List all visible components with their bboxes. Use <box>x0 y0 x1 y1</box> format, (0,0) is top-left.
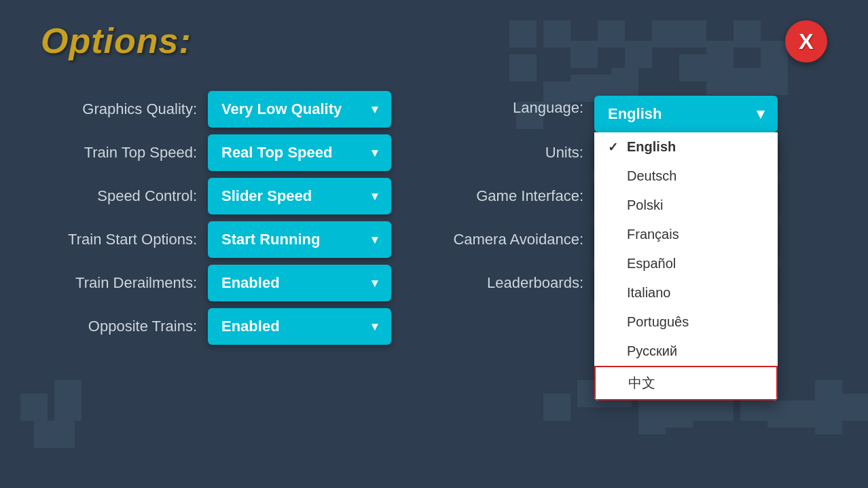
language-option-label: 中文 <box>628 374 655 392</box>
camera-avoidance-label: Camera Avoidance: <box>448 231 583 248</box>
page-container: Options: X Graphics Quality: Very Low Qu… <box>0 0 868 488</box>
right-column: Language: English ▾ ✓ English Deutsch <box>448 90 827 346</box>
language-option-label: Italiano <box>627 285 671 301</box>
language-option-label: Español <box>627 256 676 271</box>
language-option-portugues[interactable]: Português <box>594 307 778 337</box>
speed-control-label: Speed Control: <box>41 187 197 205</box>
train-top-speed-label: Train Top Speed: <box>41 144 197 162</box>
graphics-quality-dropdown[interactable]: Very Low Quality ▾ <box>208 91 391 128</box>
opposite-trains-label: Opposite Trains: <box>41 318 197 335</box>
language-option-francais[interactable]: Français <box>594 220 778 249</box>
language-menu: ✓ English Deutsch Polski <box>594 132 778 400</box>
language-dropdown[interactable]: English ▾ <box>594 96 778 132</box>
opposite-trains-value: Enabled <box>221 318 280 335</box>
check-icon: ✓ <box>608 140 621 155</box>
chevron-down-icon: ▾ <box>372 102 378 117</box>
chevron-down-icon: ▾ <box>757 105 764 123</box>
language-option-label: Français <box>627 227 679 242</box>
header: Options: X <box>41 20 827 62</box>
graphics-quality-label: Graphics Quality: <box>41 100 197 118</box>
left-column: Graphics Quality: Very Low Quality ▾ Tra… <box>41 90 420 346</box>
language-option-russian[interactable]: Русский <box>594 337 778 366</box>
graphics-quality-row: Graphics Quality: Very Low Quality ▾ <box>41 90 420 129</box>
language-option-polski[interactable]: Polski <box>594 191 778 220</box>
language-option-label: Polski <box>627 198 663 213</box>
opposite-trains-dropdown[interactable]: Enabled ▾ <box>208 308 391 345</box>
train-derailments-value: Enabled <box>221 274 280 292</box>
language-value: English <box>608 105 662 123</box>
language-option-english[interactable]: ✓ English <box>594 132 778 162</box>
train-derailments-row: Train Derailments: Enabled ▾ <box>41 263 420 303</box>
train-start-options-row: Train Start Options: Start Running ▾ <box>41 220 420 259</box>
train-derailments-label: Train Derailments: <box>41 274 197 292</box>
train-top-speed-value: Real Top Speed <box>221 144 332 162</box>
train-start-options-label: Train Start Options: <box>41 231 197 248</box>
graphics-quality-value: Very Low Quality <box>221 100 342 118</box>
language-option-label: Deutsch <box>627 168 676 184</box>
language-option-label: English <box>627 139 676 155</box>
game-interface-label: Game Interface: <box>448 187 583 205</box>
chevron-down-icon: ▾ <box>372 189 378 204</box>
language-container: English ▾ ✓ English Deutsch <box>594 96 778 132</box>
train-top-speed-row: Train Top Speed: Real Top Speed ▾ <box>41 133 420 172</box>
train-start-options-value: Start Running <box>221 231 320 248</box>
chevron-down-icon: ▾ <box>372 319 378 334</box>
speed-control-dropdown[interactable]: Slider Speed ▾ <box>208 178 391 214</box>
train-start-options-dropdown[interactable]: Start Running ▾ <box>208 221 391 258</box>
language-option-label: Русский <box>627 343 677 359</box>
page-title: Options: <box>41 20 192 61</box>
chevron-down-icon: ▾ <box>372 232 378 247</box>
language-option-espanol[interactable]: Español <box>594 249 778 278</box>
chevron-down-icon: ▾ <box>372 276 378 290</box>
language-option-chinese[interactable]: 中文 <box>594 366 778 400</box>
language-option-label: Português <box>627 314 689 330</box>
language-label: Language: <box>448 96 583 117</box>
language-option-italiano[interactable]: Italiano <box>594 278 778 307</box>
units-label: Units: <box>448 144 583 162</box>
language-option-deutsch[interactable]: Deutsch <box>594 162 778 191</box>
train-top-speed-dropdown[interactable]: Real Top Speed ▾ <box>208 134 391 171</box>
opposite-trains-row: Opposite Trains: Enabled ▾ <box>41 307 420 346</box>
close-button[interactable]: X <box>785 20 827 62</box>
speed-control-value: Slider Speed <box>221 187 312 205</box>
chevron-down-icon: ▾ <box>372 145 378 160</box>
speed-control-row: Speed Control: Slider Speed ▾ <box>41 176 420 216</box>
language-row: Language: English ▾ ✓ English Deutsch <box>448 90 827 129</box>
options-grid: Graphics Quality: Very Low Quality ▾ Tra… <box>41 90 827 346</box>
leaderboards-label: Leaderboards: <box>448 274 583 292</box>
train-derailments-dropdown[interactable]: Enabled ▾ <box>208 265 391 301</box>
